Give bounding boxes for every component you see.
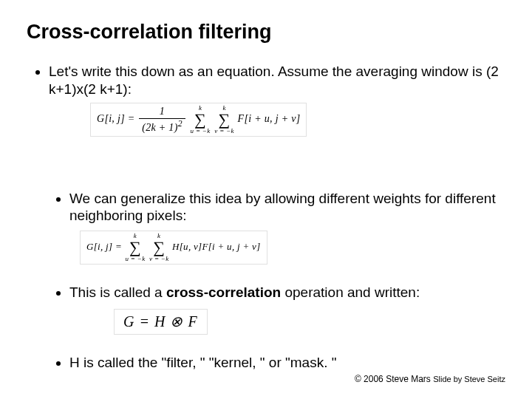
equation-1-wrap: G[i, j] = 1 (2k + 1)2 k ∑ u = −k k ∑ v =… bbox=[90, 103, 505, 137]
bullet-text-3-pre: This is called a bbox=[69, 284, 166, 300]
bullet-text-2: We can generalize this idea by allowing … bbox=[69, 191, 496, 224]
equation-1: G[i, j] = 1 (2k + 1)2 k ∑ u = −k k ∑ v =… bbox=[90, 103, 307, 137]
eq1-frac-num: 1 bbox=[139, 105, 185, 119]
equation-2-wrap: G[i, j] = k ∑ u = −k k ∑ v = −k bbox=[80, 231, 505, 265]
eq1-sum1: k ∑ u = −k bbox=[191, 105, 211, 134]
eq1-fraction: 1 (2k + 1)2 bbox=[139, 105, 185, 134]
slide: Cross-correlation filtering Let's write … bbox=[0, 0, 532, 399]
bullet-item-1: Let's write this down as an equation. As… bbox=[49, 63, 505, 372]
eq2-sum2: k ∑ v = −k bbox=[149, 233, 168, 262]
footer-copyright: © 2006 Steve Mars bbox=[355, 374, 431, 384]
bullet-list: Let's write this down as an equation. As… bbox=[27, 63, 505, 372]
eq1-lhs: G[i, j] = bbox=[97, 113, 134, 124]
footer-credit: Slide by Steve Seitz bbox=[433, 375, 505, 383]
bullet-text-1: Let's write this down as an equation. As… bbox=[49, 64, 499, 97]
eq1-rhs: F[i + u, j + v] bbox=[238, 113, 301, 124]
eq2-rhs: H[u, v]F[i + u, j + v] bbox=[172, 241, 260, 252]
equation-3-wrap: G = H ⊗ F bbox=[114, 309, 505, 335]
eq1-sum2: k ∑ v = −k bbox=[214, 105, 233, 134]
footer: © 2006 Steve Mars Slide by Steve Seitz bbox=[355, 374, 505, 386]
bullet-sublist: We can generalize this idea by allowing … bbox=[49, 190, 505, 372]
eq2-lhs: G[i, j] = bbox=[86, 241, 122, 252]
equation-2: G[i, j] = k ∑ u = −k k ∑ v = −k bbox=[80, 231, 267, 265]
bullet-text-3-post: operation and written: bbox=[281, 284, 420, 300]
bullet-item-3: This is called a cross-correlation opera… bbox=[69, 284, 505, 335]
slide-title: Cross-correlation filtering bbox=[27, 21, 505, 44]
eq1-frac-den: (2k + 1)2 bbox=[139, 119, 185, 134]
bullet-item-4: H is called the "filter, " "kernel, " or… bbox=[69, 354, 505, 372]
bullet-item-2: We can generalize this idea by allowing … bbox=[69, 190, 505, 265]
bullet-text-3-bold: cross-correlation bbox=[166, 284, 281, 300]
eq2-sum1: k ∑ u = −k bbox=[126, 233, 146, 262]
equation-3: G = H ⊗ F bbox=[114, 309, 208, 335]
bullet-text-4: H is called the "filter, " "kernel, " or… bbox=[69, 355, 336, 370]
